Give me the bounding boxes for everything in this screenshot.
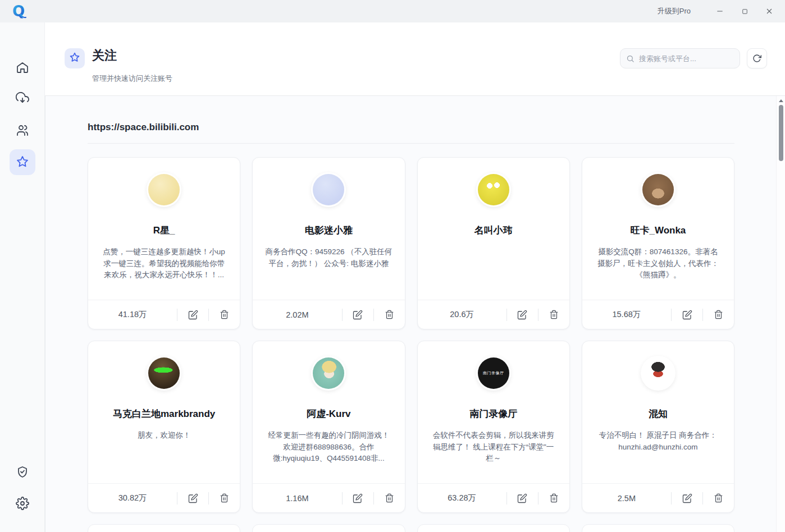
account-card-partial [252,524,405,532]
account-card[interactable]: 名叫小玮 20.6万 [417,157,570,329]
edit-icon [188,493,198,503]
card-footer: 20.6万 [418,300,569,329]
scrollbar [776,96,785,532]
account-name: 旺卡_Wonka [630,224,686,237]
account-card[interactable]: 电影迷小雅 商务合作QQ：9459226 （不入驻任何平台，勿扰！） 公众号: … [252,157,405,329]
edit-button[interactable] [177,300,208,329]
upgrade-to-pro-link[interactable]: 升级到Pro [658,6,691,16]
account-card[interactable]: R星_ 点赞，一键三连越多更新越快！小up求一键三连。希望我的视频能给你带来欢乐… [88,157,240,329]
edit-icon [517,310,527,320]
edit-icon [353,310,363,320]
scrollbar-thumb[interactable] [779,105,783,161]
card-footer: 15.68万 [582,300,734,329]
refresh-button[interactable] [747,48,767,68]
search-icon [626,54,635,63]
cloud-download-icon [16,92,29,107]
trash-icon [385,493,394,503]
edit-icon [682,310,692,320]
follower-count: 1.16M [253,494,341,503]
delete-button[interactable] [374,300,405,329]
account-card[interactable]: 混知 专治不明白！ 原混子日 商务合作：hunzhi.ad@hunzhi.com… [582,341,734,513]
search-input[interactable] [639,54,734,63]
follower-count: 63.28万 [418,493,506,503]
cards-grid: R星_ 点赞，一键三连越多更新越快！小up求一键三连。希望我的视频能给你带来欢乐… [88,157,734,532]
delete-button[interactable] [374,484,405,512]
card-footer: 2.5M [582,483,734,512]
follower-count: 41.18万 [88,309,177,320]
star-icon [69,52,80,65]
star-icon [16,155,29,170]
platform-section-title: https://space.bilibili.com [88,122,734,133]
account-name: 混知 [649,407,668,420]
delete-button[interactable] [703,300,734,329]
edit-icon [517,493,527,503]
avatar-text: 南门录像厅 [483,370,504,376]
account-card-partial [582,524,734,532]
page-header: 关注 管理并快速访问关注账号 [45,22,785,95]
account-card[interactable]: 马克白兰地markbrandy 朋友，欢迎你！ 30.82万 [88,341,240,513]
follower-count: 20.6万 [418,309,506,320]
avatar [148,174,180,205]
scroll-up-arrow-icon[interactable] [779,99,783,102]
page-star-badge [65,48,85,68]
avatar [313,174,344,205]
account-name: R星_ [153,224,175,237]
account-card[interactable]: 阿虚-Kurv 经常更新一些有趣的冷门阴间游戏！欢迎进群688988636。合作… [252,341,405,513]
sidebar-item-security[interactable] [10,460,35,485]
account-name: 南门录像厅 [469,407,517,420]
avatar [478,174,509,205]
sidebar-item-downloads[interactable] [10,86,35,112]
gear-icon [16,497,29,512]
page-subtitle: 管理并快速访问关注账号 [92,74,172,84]
card-footer: 2.02M [253,300,404,329]
search-box [620,48,740,68]
edit-icon [682,493,692,503]
trash-icon [549,310,559,319]
maximize-button[interactable] [732,2,757,21]
delete-button[interactable] [209,300,240,329]
avatar: 南门录像厅 [478,357,509,389]
users-icon [16,123,29,139]
edit-button[interactable] [507,300,538,329]
page-title: 关注 [92,48,172,63]
sidebar [0,22,45,532]
card-footer: 30.82万 [88,483,240,512]
edit-button[interactable] [343,484,373,512]
avatar [642,357,674,389]
delete-button[interactable] [209,484,240,512]
shield-check-icon [16,465,29,480]
sidebar-item-settings[interactable] [10,491,35,517]
card-footer: 63.28万 [418,483,569,512]
account-card[interactable]: 南门录像厅 南门录像厅 会软件不代表会剪辑，所以我来讲剪辑思维了！ 线上课程在下… [417,341,570,513]
edit-button[interactable] [177,484,208,512]
follower-count: 30.82万 [88,493,177,503]
edit-button[interactable] [672,484,702,512]
account-card-partial [88,524,240,532]
account-name: 阿虚-Kurv [307,407,350,420]
minimize-button[interactable] [708,2,732,21]
edit-button[interactable] [507,484,538,512]
trash-icon [220,493,229,503]
sidebar-item-home[interactable] [10,55,35,81]
close-button[interactable] [757,2,782,21]
edit-button[interactable] [343,300,373,329]
delete-button[interactable] [538,484,569,512]
delete-button[interactable] [703,484,734,512]
account-description: 专治不明白！ 原混子日 商务合作：hunzhi.ad@hunzhi.com [595,430,722,453]
card-footer: 41.18万 [88,300,240,329]
account-name: 名叫小玮 [474,224,513,237]
sidebar-item-accounts[interactable] [10,118,35,144]
delete-button[interactable] [538,300,569,329]
edit-icon [188,310,198,320]
avatar [642,174,674,205]
card-footer: 1.16M [253,483,404,512]
account-description: 商务合作QQ：9459226 （不入驻任何平台，勿扰！） 公众号: 电影迷小雅 [265,246,392,269]
account-description: 摄影交流Q群：807461326。非著名摄影尸，旺卡主义创始人，代表作：《熊猫蹲… [595,246,722,281]
home-icon [16,61,29,76]
section-divider [88,143,734,144]
account-name: 电影迷小雅 [305,224,353,237]
sidebar-item-favorites[interactable] [10,149,35,175]
avatar [313,357,344,389]
account-card[interactable]: 旺卡_Wonka 摄影交流Q群：807461326。非著名摄影尸，旺卡主义创始人… [582,157,734,329]
edit-button[interactable] [672,300,702,329]
